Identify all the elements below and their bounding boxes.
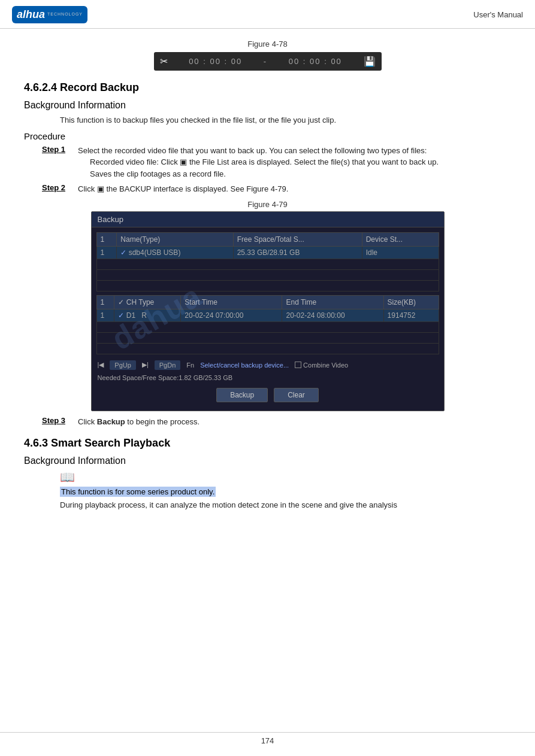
file-size: 1914752 <box>383 309 439 321</box>
step1-label: Step 1 <box>42 145 78 180</box>
step3-row: Step 3 Click Backup to begin the process… <box>42 416 511 428</box>
page-footer: 174 <box>0 732 535 745</box>
clear-button[interactable]: Clear <box>274 388 319 402</box>
step1-row: Step 1 Select the recorded video file th… <box>42 145 511 180</box>
backup-controls: |◀ PgUp ▶| PgDn Fn Select/cancel backup … <box>96 358 439 372</box>
step3-text-suffix: to begin the process. <box>125 417 200 426</box>
scissors-icon: ✂ <box>160 56 168 67</box>
file-col-num: 1 <box>96 295 114 309</box>
device-empty-row2 <box>96 269 439 280</box>
logo-box: alhua TECHNOLOGY <box>12 6 87 23</box>
file-start: 20-02-24 07:00:00 <box>181 309 282 321</box>
logo-text: alhua <box>17 8 45 21</box>
file-num: 1 <box>96 309 114 321</box>
pgup-button[interactable]: PgUp <box>110 360 136 370</box>
save-icon: 💾 <box>364 56 376 67</box>
page-header: alhua TECHNOLOGY User's Manual <box>0 0 535 29</box>
procedure-heading: Procedure <box>24 131 511 141</box>
clip-time-start: 00 : 00 : 00 <box>173 57 259 66</box>
step3-label: Step 3 <box>42 416 78 428</box>
step3-bold: Backup <box>97 417 125 426</box>
device-space: 25.33 GB/28.91 GB <box>233 246 362 259</box>
device-col-space: Free Space/Total S... <box>233 232 362 246</box>
page-number: 174 <box>261 736 274 745</box>
device-row: 1 ✓ sdb4(USB USB) 25.33 GB/28.91 GB Idle <box>96 246 439 259</box>
file-empty-row2 <box>96 332 439 343</box>
step2-content: Click ▣ the BACKUP interface is displaye… <box>78 183 288 195</box>
device-empty-row1 <box>96 259 439 269</box>
note-icon: 📖 <box>60 470 511 484</box>
combine-video-checkbox[interactable] <box>295 362 301 368</box>
device-empty-row3 <box>96 280 439 291</box>
combine-video-item: Combine Video <box>295 362 348 369</box>
highlight-text: This function is for some series product… <box>60 487 216 497</box>
backup-dialog: Backup 1 Name(Type) Free Space/Total S..… <box>91 211 445 411</box>
highlight-wrapper: This function is for some series product… <box>24 487 511 499</box>
pgdn-arrow: ▶| <box>142 361 149 369</box>
file-empty-row3 <box>96 343 439 354</box>
background-text: This function is to backup files you che… <box>60 114 511 126</box>
background-heading: Background Information <box>24 100 511 111</box>
step2-row: Step 2 Click ▣ the BACKUP interface is d… <box>42 183 511 195</box>
backup-action-row: Backup Clear <box>96 383 439 406</box>
device-table: 1 Name(Type) Free Space/Total S... Devic… <box>96 232 439 292</box>
manual-title: User's Manual <box>473 10 523 19</box>
file-row: 1 ✓ D1 R 20-02-24 07:00:00 20-02-24 08:0… <box>96 309 439 321</box>
logo-subtext: TECHNOLOGY <box>47 12 83 16</box>
file-col-size: Size(KB) <box>383 295 439 309</box>
file-end: 20-02-24 08:00:00 <box>282 309 383 321</box>
figure78-label: Figure 4-78 <box>24 40 511 48</box>
step2-label: Step 2 <box>42 183 78 195</box>
file-empty-row1 <box>96 321 439 332</box>
combine-video-label: Combine Video <box>303 362 348 369</box>
file-col-ch: ✓ CH Type <box>114 295 181 309</box>
backup-dialog-body: 1 Name(Type) Free Space/Total S... Devic… <box>92 227 444 411</box>
file-col-end: End Time <box>282 295 383 309</box>
device-col-num: 1 <box>96 232 117 246</box>
needed-space: Needed Space/Free Space:1.82 GB/25.33 GB <box>96 372 439 383</box>
file-ch: ✓ D1 R <box>114 309 181 321</box>
pgdn-button[interactable]: PgDn <box>155 360 181 370</box>
pgup-arrow: |◀ <box>98 361 104 369</box>
step3-content: Click Backup to begin the process. <box>78 416 200 428</box>
backup-button[interactable]: Backup <box>216 388 268 402</box>
clip-bar: ✂ 00 : 00 : 00 - 00 : 00 : 00 💾 <box>154 52 382 71</box>
clip-dash: - <box>264 57 267 66</box>
step2-text: Click ▣ the BACKUP interface is displaye… <box>78 184 288 193</box>
device-col-name: Name(Type) <box>117 232 233 246</box>
step1-text: Select the recorded video file that you … <box>78 146 427 155</box>
device-name: ✓ sdb4(USB USB) <box>117 246 233 259</box>
file-col-start: Start Time <box>181 295 282 309</box>
select-cancel-label[interactable]: Select/cancel backup device... <box>200 362 289 369</box>
page-content: Figure 4-78 ✂ 00 : 00 : 00 - 00 : 00 : 0… <box>0 29 535 527</box>
device-status: Idle <box>362 246 439 259</box>
section-462-title: 4.6.2.4 Record Backup <box>24 81 511 94</box>
clip-time-end: 00 : 00 : 00 <box>272 57 358 66</box>
step1-sub2: Saves the clip footages as a record file… <box>90 169 226 178</box>
last-text: During playback process, it can analyze … <box>60 499 511 511</box>
figure79-label: Figure 4-79 <box>24 200 511 209</box>
section-463-title: 4.6.3 Smart Search Playback <box>24 437 511 450</box>
device-num: 1 <box>96 246 117 259</box>
step3-text-prefix: Click <box>78 417 97 426</box>
file-table: 1 ✓ CH Type Start Time End Time Size(KB)… <box>96 295 439 354</box>
backup-dialog-title: Backup <box>92 212 444 227</box>
step1-sub1: Recorded video file: Click ▣ the File Li… <box>90 157 439 166</box>
step1-content: Select the recorded video file that you … <box>78 145 439 180</box>
logo-area: alhua TECHNOLOGY <box>12 6 87 23</box>
fn-icon: Fn <box>186 362 194 369</box>
section-463-bg-heading: Background Information <box>24 456 511 466</box>
section-463: 4.6.3 Smart Search Playback Background I… <box>24 437 511 511</box>
device-col-status: Device St... <box>362 232 439 246</box>
